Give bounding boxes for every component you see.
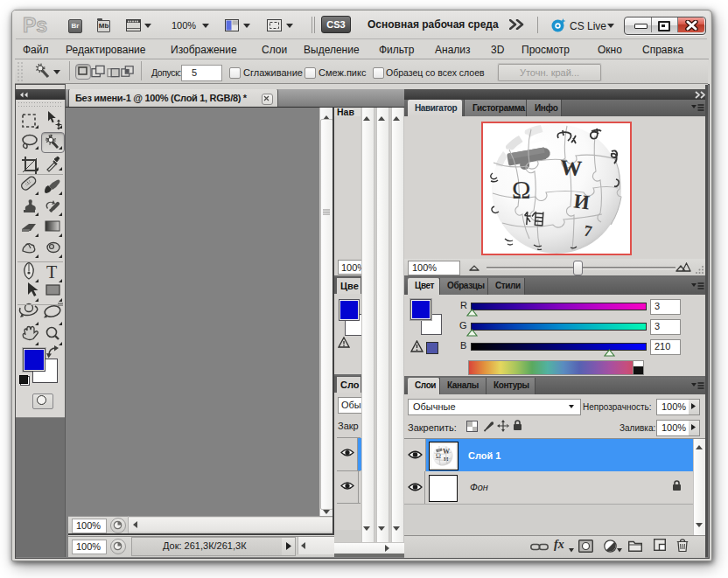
- svg-text:T: T: [46, 262, 57, 282]
- svg-text:Ω: Ω: [512, 176, 531, 204]
- svg-text:W: W: [559, 156, 583, 181]
- svg-text:Ω: Ω: [436, 452, 441, 460]
- svg-text:И: И: [572, 190, 591, 213]
